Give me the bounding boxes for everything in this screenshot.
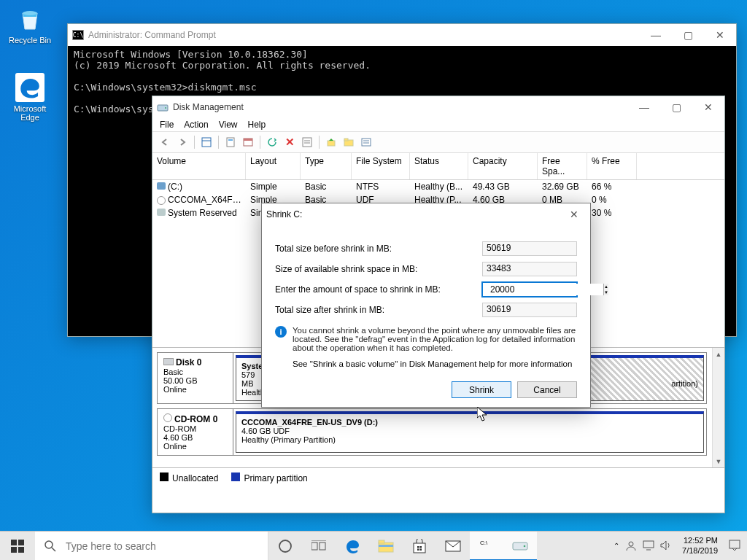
menu-help[interactable]: Help bbox=[248, 120, 266, 130]
svg-rect-28 bbox=[379, 542, 393, 552]
menubar: File Action View Help bbox=[152, 118, 724, 131]
tb-delete-icon[interactable]: ✕ bbox=[282, 134, 298, 150]
svg-rect-26 bbox=[320, 542, 325, 550]
cancel-button[interactable]: Cancel bbox=[517, 381, 577, 398]
task-view-button[interactable] bbox=[302, 532, 336, 561]
svg-rect-6 bbox=[228, 139, 233, 141]
desktop-edge[interactable]: Microsoft Edge bbox=[4, 73, 55, 122]
tray-chevron-up-icon[interactable]: ⌃ bbox=[614, 542, 619, 550]
svg-line-23 bbox=[52, 548, 55, 551]
close-button[interactable]: ✕ bbox=[704, 24, 736, 46]
col-capacity[interactable]: Capacity bbox=[468, 153, 538, 179]
cmd-icon: C:\ bbox=[72, 29, 84, 41]
minimize-button[interactable]: — bbox=[628, 96, 660, 118]
maximize-button[interactable]: ▢ bbox=[672, 24, 704, 46]
tray-volume-icon[interactable] bbox=[660, 540, 672, 552]
disk-label[interactable]: CD-ROM 0 CD-ROM 4.60 GB Online bbox=[158, 409, 233, 455]
desktop-icon-label: Recycle Bin bbox=[4, 36, 55, 44]
shrink-button[interactable]: Shrink bbox=[452, 381, 511, 398]
taskbar-store[interactable] bbox=[403, 532, 436, 561]
desktop-recycle-bin[interactable]: Recycle Bin bbox=[4, 4, 55, 44]
maximize-button[interactable]: ▢ bbox=[660, 96, 692, 118]
recycle-bin-icon bbox=[15, 4, 44, 34]
partition[interactable]: CCCOMA_X64FRE_EN-US_DV9 (D:) 4.60 GB UDF… bbox=[236, 411, 704, 453]
tb-list-icon[interactable] bbox=[358, 134, 374, 150]
taskbar-explorer[interactable] bbox=[369, 532, 403, 561]
svg-rect-12 bbox=[328, 141, 335, 146]
tb-view-icon[interactable] bbox=[198, 134, 214, 150]
dialog-titlebar[interactable]: Shrink C: ✕ bbox=[262, 203, 590, 225]
dm-title: Disk Management bbox=[173, 102, 244, 112]
back-button[interactable] bbox=[157, 134, 173, 150]
col-volume[interactable]: Volume bbox=[152, 153, 246, 179]
tray-clock[interactable]: 12:52 PM 7/18/2019 bbox=[678, 536, 722, 555]
tb-folder-icon[interactable] bbox=[341, 134, 357, 150]
tb-detail-icon[interactable] bbox=[299, 134, 315, 150]
col-layout[interactable]: Layout bbox=[246, 153, 301, 179]
minimize-button[interactable]: — bbox=[640, 24, 672, 46]
help-text: See "Shrink a basic volume" in Disk Mana… bbox=[293, 359, 577, 368]
shrink-dialog: Shrink C: ✕ Total size before shrink in … bbox=[261, 203, 591, 408]
spinner[interactable]: ▲▼ bbox=[603, 284, 608, 295]
svg-rect-8 bbox=[244, 139, 252, 141]
volume-list-header: Volume Layout Type File System Status Ca… bbox=[152, 153, 724, 180]
volume-row[interactable]: (C:) Simple Basic NTFS Healthy (B... 49.… bbox=[152, 180, 724, 193]
cmd-title: Administrator: Command Prompt bbox=[88, 30, 216, 40]
taskbar: Type here to search C:\ ⌃ 12:52 PM 7/18/… bbox=[0, 531, 747, 560]
tb-up-icon[interactable] bbox=[323, 134, 339, 150]
col-fs[interactable]: File System bbox=[352, 153, 410, 179]
dm-titlebar[interactable]: Disk Management — ▢ ✕ bbox=[152, 96, 724, 118]
partition[interactable]: System 579 MB Healthy bbox=[236, 355, 262, 401]
col-pfree[interactable]: % Free bbox=[587, 153, 637, 179]
dialog-title: Shrink C: bbox=[266, 209, 302, 219]
svg-point-38 bbox=[524, 545, 526, 547]
taskbar-cmd[interactable]: C:\ bbox=[470, 532, 503, 561]
menu-action[interactable]: Action bbox=[184, 120, 208, 130]
svg-rect-15 bbox=[362, 139, 371, 146]
info-icon: i bbox=[275, 326, 287, 338]
shrink-amount-field[interactable] bbox=[487, 284, 603, 295]
search-icon bbox=[44, 540, 57, 553]
scrollbar[interactable]: ▲▼ bbox=[712, 348, 724, 467]
search-placeholder: Type here to search bbox=[66, 540, 156, 552]
taskbar-diskmgmt[interactable] bbox=[503, 532, 537, 561]
svg-point-24 bbox=[279, 540, 291, 552]
cortana-button[interactable] bbox=[268, 532, 302, 561]
taskbar-edge[interactable] bbox=[336, 532, 369, 561]
tray-network-icon[interactable] bbox=[643, 540, 654, 552]
legend-swatch-unallocated bbox=[160, 472, 169, 481]
menu-file[interactable]: File bbox=[160, 120, 174, 130]
tray-notifications-icon[interactable] bbox=[728, 539, 741, 553]
close-button[interactable]: ✕ bbox=[558, 203, 590, 225]
col-status[interactable]: Status bbox=[410, 153, 468, 179]
close-button[interactable]: ✕ bbox=[692, 96, 724, 118]
tb-console-icon[interactable] bbox=[240, 134, 256, 150]
disk-row: CD-ROM 0 CD-ROM 4.60 GB Online CCCOMA_X6… bbox=[157, 408, 707, 456]
col-type[interactable]: Type bbox=[301, 153, 352, 179]
start-button[interactable] bbox=[0, 532, 35, 561]
forward-button[interactable] bbox=[174, 134, 190, 150]
label-available: Size of available shrink space in MB: bbox=[275, 264, 482, 274]
col-free[interactable]: Free Spa... bbox=[538, 153, 587, 179]
search-box[interactable]: Type here to search bbox=[35, 532, 268, 561]
svg-rect-21 bbox=[18, 547, 24, 553]
svg-point-39 bbox=[629, 542, 633, 546]
svg-point-22 bbox=[45, 541, 53, 548]
tray-people-icon[interactable] bbox=[625, 540, 637, 553]
svg-rect-20 bbox=[11, 547, 17, 553]
svg-rect-42 bbox=[729, 540, 740, 548]
disk-icon bbox=[157, 101, 169, 113]
label-enter-amount: Enter the amount of space to shrink in M… bbox=[275, 284, 482, 295]
system-tray: ⌃ 12:52 PM 7/18/2019 bbox=[608, 536, 747, 555]
disk-label[interactable]: Disk 0 Basic 50.00 GB Online bbox=[158, 353, 233, 403]
svg-rect-40 bbox=[643, 541, 654, 548]
svg-rect-9 bbox=[303, 138, 311, 147]
menu-view[interactable]: View bbox=[219, 120, 238, 130]
toolbar: ✕ bbox=[152, 131, 724, 153]
tb-prop-icon[interactable] bbox=[222, 134, 239, 150]
desktop-icon-label: Microsoft Edge bbox=[4, 104, 55, 122]
tb-refresh-icon[interactable] bbox=[264, 134, 280, 150]
shrink-amount-input[interactable]: ▲▼ bbox=[482, 282, 577, 297]
taskbar-mail[interactable] bbox=[436, 532, 470, 561]
cmd-titlebar[interactable]: C:\ Administrator: Command Prompt — ▢ ✕ bbox=[68, 24, 736, 46]
